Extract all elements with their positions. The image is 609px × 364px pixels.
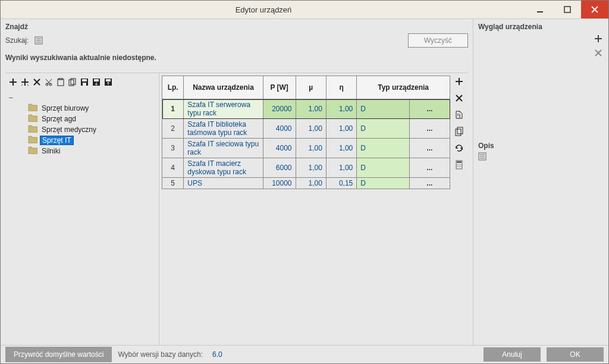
add-row-icon[interactable]	[453, 76, 465, 87]
tree-item[interactable]: Sprzęt medyczny	[20, 124, 155, 135]
svg-rect-15	[106, 79, 111, 81]
minimize-button[interactable]	[526, 1, 554, 18]
tree-item[interactable]: Silniki	[20, 146, 155, 156]
window-controls	[526, 1, 608, 18]
search-results-message: Wyniki wyszukiwania aktualnie niedostępn…	[5, 54, 468, 62]
cell-eta: 1,00	[326, 119, 356, 139]
cell-more-button[interactable]: ...	[409, 119, 450, 139]
appearance-title: Wygląd urządzenia	[478, 23, 604, 31]
table-row[interactable]: 4Szafa IT macierz dyskowa typu rack60001…	[162, 158, 450, 178]
table-row[interactable]: 1Szafa IT serwerowa typu rack200001,001,…	[162, 99, 450, 119]
search-label: Szukaj:	[5, 36, 29, 45]
table-row[interactable]: 5UPS100001,000,15D...	[162, 178, 450, 189]
col-header-type[interactable]: Typ urządzenia	[357, 76, 450, 99]
dialog-footer: Przywróć domyślne wartości Wybór wersji …	[1, 345, 608, 363]
cell-eta: 1,00	[326, 158, 356, 178]
restore-defaults-button[interactable]: Przywróć domyślne wartości	[5, 347, 112, 362]
cell-more-button[interactable]: ...	[409, 178, 450, 189]
close-button[interactable]	[581, 1, 608, 18]
folder-icon	[28, 146, 37, 156]
table-row[interactable]: 2Szafa IT biblioteka taśmowa typu rack40…	[162, 119, 450, 139]
delete-icon[interactable]	[32, 77, 42, 87]
cell-eta: 1,00	[326, 139, 356, 158]
svg-point-22	[460, 164, 462, 165]
tree-item-label: Sprzęt agd	[40, 115, 78, 123]
appearance-remove-icon[interactable]	[593, 48, 604, 58]
collapse-icon[interactable]: −	[8, 93, 14, 102]
tree-item-label: Sprzęt biurowy	[40, 104, 90, 112]
cell-more-button[interactable]: ...	[409, 139, 450, 158]
col-header-lp[interactable]: Lp.	[162, 76, 184, 99]
appearance-section: Wygląd urządzenia	[478, 23, 604, 58]
refresh-icon[interactable]	[453, 142, 465, 154]
cell-mu: 1,00	[296, 139, 326, 158]
tree-item[interactable]: Sprzęt agd	[20, 114, 155, 124]
device-editor-window: Edytor urządzeń Znajdź Szukaj:	[0, 0, 609, 364]
duplicate-row-icon[interactable]	[453, 109, 465, 121]
svg-point-23	[457, 166, 458, 167]
cell-eta: 0,15	[326, 178, 356, 189]
calculator-icon[interactable]	[453, 159, 465, 171]
window-title: Edytor urządzeń	[1, 5, 526, 14]
cut-icon[interactable]	[43, 77, 54, 87]
db-version-value[interactable]: 6.0	[212, 350, 222, 359]
tree-item[interactable]: Sprzęt biurowy	[20, 103, 155, 114]
device-table-panel: Lp. Nazwa urządzenia P [W] µ η Typ urząd…	[159, 73, 468, 345]
cell-d: D	[357, 158, 409, 178]
cell-name: Szafa IT serwerowa typu rack	[184, 99, 263, 119]
search-row: Szukaj: Wyczyść	[5, 33, 468, 48]
col-header-mu[interactable]: µ	[296, 76, 326, 99]
svg-rect-1	[564, 7, 570, 12]
svg-rect-5	[58, 79, 64, 86]
save-icon[interactable]	[79, 77, 90, 87]
description-title: Opis	[478, 142, 604, 150]
cell-d: D	[357, 119, 409, 139]
svg-rect-11	[83, 83, 86, 86]
table-side-toolbar	[450, 73, 468, 345]
tree-toolbar	[5, 76, 159, 91]
cell-p: 10000	[263, 178, 296, 189]
cell-more-button[interactable]: ...	[409, 158, 450, 178]
search-options-icon[interactable]	[34, 36, 43, 45]
appearance-add-icon[interactable]	[593, 33, 604, 44]
search-panel: Znajdź Szukaj: Wyczyść Wyniki wyszukiwan…	[5, 23, 468, 62]
col-header-eta[interactable]: η	[326, 76, 356, 99]
save-up-icon[interactable]	[103, 77, 114, 87]
tree-item-label: Sprzęt IT	[40, 136, 74, 145]
cell-lp: 2	[162, 119, 184, 139]
svg-point-21	[459, 164, 460, 165]
cell-d: D	[357, 139, 409, 158]
svg-rect-19	[457, 161, 462, 163]
table-row[interactable]: 3Szafa IT sieciowa typu rack40001,001,00…	[162, 139, 450, 158]
save-down-icon[interactable]	[91, 77, 102, 87]
cell-lp: 4	[162, 158, 184, 178]
cell-more-button[interactable]: ...	[409, 99, 450, 119]
cancel-button[interactable]: Anuluj	[484, 347, 541, 362]
clear-search-button[interactable]: Wyczyść	[408, 33, 468, 48]
tree-root-node[interactable]: −	[8, 92, 155, 103]
category-tree-panel: − Sprzęt biurowy Sprzęt agd Sprzęt medyc…	[5, 73, 159, 345]
category-tree[interactable]: − Sprzęt biurowy Sprzęt agd Sprzęt medyc…	[5, 91, 159, 345]
add-child-icon[interactable]	[20, 77, 30, 87]
cell-mu: 1,00	[296, 178, 326, 189]
body-split: − Sprzęt biurowy Sprzęt agd Sprzęt medyc…	[5, 73, 468, 345]
svg-point-25	[460, 166, 462, 167]
col-header-p[interactable]: P [W]	[263, 76, 296, 99]
add-icon[interactable]	[8, 77, 18, 87]
db-version-label: Wybór wersji bazy danych:	[118, 350, 203, 359]
cell-d: D	[357, 178, 409, 189]
cell-lp: 5	[162, 178, 184, 189]
device-table-scroll[interactable]: Lp. Nazwa urządzenia P [W] µ η Typ urząd…	[159, 73, 450, 345]
delete-row-icon[interactable]	[453, 92, 465, 104]
description-edit-icon[interactable]	[478, 152, 604, 162]
description-section: Opis	[478, 142, 604, 162]
col-header-name[interactable]: Nazwa urządzenia	[184, 76, 263, 99]
copy-row-icon[interactable]	[453, 125, 465, 137]
cell-d: D	[357, 99, 409, 119]
svg-point-20	[457, 164, 458, 165]
maximize-button[interactable]	[554, 1, 581, 18]
tree-item[interactable]: Sprzęt IT	[20, 135, 155, 146]
copy-icon[interactable]	[67, 77, 78, 87]
paste-icon[interactable]	[55, 77, 66, 87]
ok-button[interactable]: OK	[547, 347, 604, 362]
